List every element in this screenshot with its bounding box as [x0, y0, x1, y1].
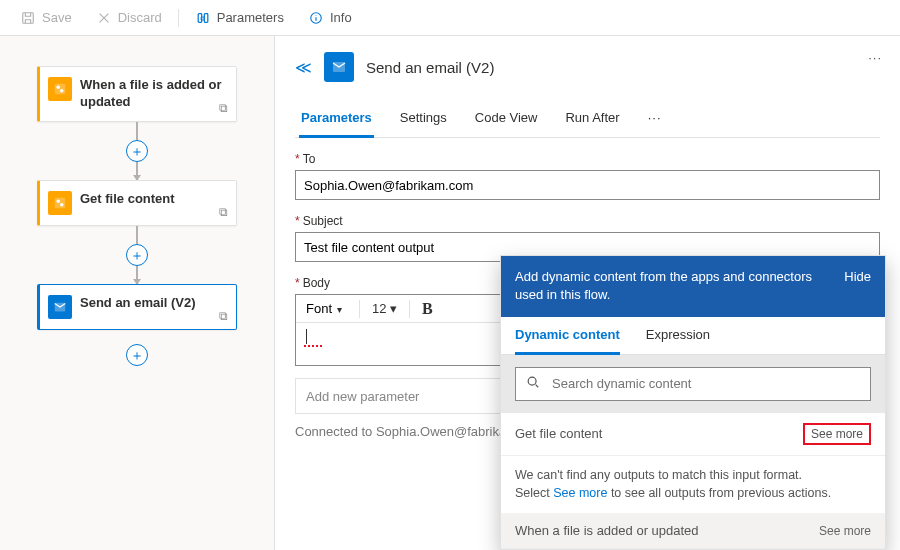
no-outputs-message: We can't find any outputs to match this …: [501, 456, 885, 514]
detail-tabs: Parameters Settings Code View Run After …: [295, 102, 880, 138]
bold-button[interactable]: B: [418, 300, 437, 318]
flow-step-getfile[interactable]: Get file content ⧉: [37, 180, 237, 226]
parameters-button[interactable]: @ Parameters: [185, 6, 294, 30]
link-icon: ⧉: [219, 205, 228, 219]
flow-step-label: When a file is added or updated: [80, 77, 226, 111]
tab-more[interactable]: ···: [646, 102, 664, 137]
section-getfilecontent: Get file content See more: [501, 413, 885, 456]
separator: [359, 300, 360, 318]
svg-rect-5: [55, 84, 66, 95]
search-dynamic-content[interactable]: [515, 367, 871, 401]
parameters-icon: @: [195, 10, 211, 26]
svg-point-6: [57, 86, 61, 90]
flow-step-sendemail[interactable]: Send an email (V2) ⧉: [37, 284, 237, 330]
see-more-button[interactable]: See more: [819, 524, 871, 538]
info-label: Info: [330, 10, 352, 25]
add-step-button[interactable]: ＋: [126, 344, 148, 366]
popup-banner-text: Add dynamic content from the apps and co…: [515, 268, 815, 304]
see-more-button[interactable]: See more: [803, 423, 871, 445]
section-title: Get file content: [515, 426, 602, 441]
tab-dynamic-content[interactable]: Dynamic content: [515, 327, 620, 355]
search-icon: [526, 375, 540, 392]
connector-line: [136, 162, 138, 180]
svg-point-9: [57, 199, 61, 203]
discard-label: Discard: [118, 10, 162, 25]
fontsize-select[interactable]: 12 ▾: [368, 301, 401, 316]
spellcheck-underline: [304, 345, 324, 347]
top-toolbar: Save Discard @ Parameters Info: [0, 0, 900, 36]
info-button[interactable]: Info: [298, 6, 362, 30]
see-more-link[interactable]: See more: [553, 486, 607, 500]
tab-settings[interactable]: Settings: [398, 102, 449, 137]
more-button[interactable]: ···: [868, 50, 882, 65]
add-parameter-label: Add new parameter: [306, 389, 419, 404]
save-button[interactable]: Save: [10, 6, 82, 30]
section-title: When a file is added or updated: [515, 523, 699, 538]
separator: [409, 300, 410, 318]
tab-runafter[interactable]: Run After: [563, 102, 621, 137]
flow-step-label: Get file content: [80, 191, 175, 208]
to-label: *To: [295, 152, 880, 166]
subject-label: *Subject: [295, 214, 880, 228]
info-icon: [308, 10, 324, 26]
connector-line: [136, 266, 138, 284]
parameters-label: Parameters: [217, 10, 284, 25]
to-input[interactable]: [295, 170, 880, 200]
link-icon: ⧉: [219, 101, 228, 115]
collapse-icon[interactable]: ≪: [295, 58, 312, 77]
sharepoint-icon: [48, 77, 72, 101]
sharepoint-icon: [48, 191, 72, 215]
save-icon: [20, 10, 36, 26]
search-input[interactable]: [550, 375, 860, 392]
add-step-button[interactable]: ＋: [126, 244, 148, 266]
detail-title: Send an email (V2): [366, 59, 494, 76]
tab-parameters[interactable]: Parameters: [299, 102, 374, 138]
tab-expression[interactable]: Expression: [646, 327, 710, 354]
connector-line: [136, 226, 138, 244]
font-select[interactable]: Font: [302, 299, 351, 318]
svg-rect-0: [23, 12, 34, 23]
add-step-button[interactable]: ＋: [126, 140, 148, 162]
flow-canvas: When a file is added or updated ⧉ ＋ Get …: [0, 36, 275, 550]
toolbar-separator: [178, 9, 179, 27]
svg-text:@: @: [200, 14, 205, 20]
discard-button[interactable]: Discard: [86, 6, 172, 30]
flow-step-label: Send an email (V2): [80, 295, 196, 312]
tab-codeview[interactable]: Code View: [473, 102, 540, 137]
outlook-icon: [48, 295, 72, 319]
text-caret: [306, 329, 307, 344]
svg-rect-8: [55, 198, 66, 209]
detail-panel: ≪ Send an email (V2) ··· Parameters Sett…: [275, 36, 900, 550]
dynamic-content-popup: Add dynamic content from the apps and co…: [500, 255, 886, 550]
svg-point-13: [528, 377, 536, 385]
save-label: Save: [42, 10, 72, 25]
svg-point-10: [60, 203, 64, 207]
link-icon: ⧉: [219, 309, 228, 323]
section-fileadded: When a file is added or updated See more: [501, 513, 885, 549]
hide-button[interactable]: Hide: [844, 268, 871, 286]
flow-step-trigger[interactable]: When a file is added or updated ⧉: [37, 66, 237, 122]
discard-icon: [96, 10, 112, 26]
connector-line: [136, 122, 138, 140]
svg-point-7: [60, 89, 64, 93]
outlook-icon: [324, 52, 354, 82]
